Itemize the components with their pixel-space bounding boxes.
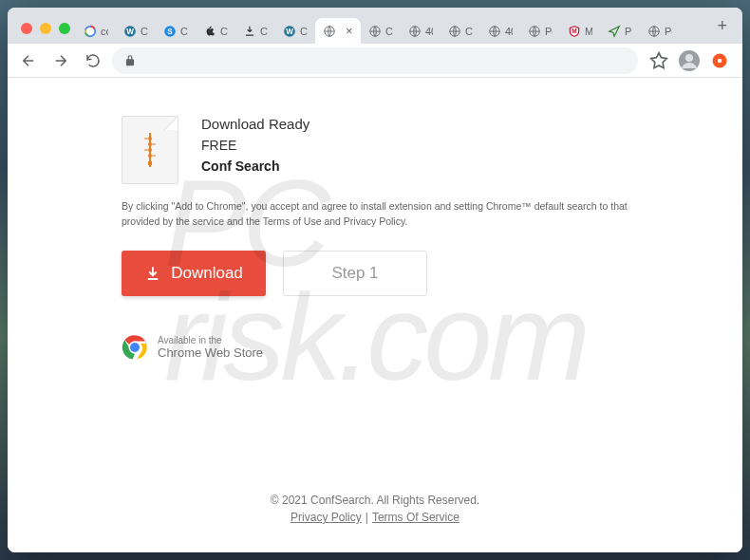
tab-3[interactable]: Co xyxy=(196,19,235,44)
hero-subtitle: FREE xyxy=(201,138,309,153)
globe-icon xyxy=(408,25,422,38)
chrome-store-badge[interactable]: Available in the Chrome Web Store xyxy=(8,296,742,361)
globe-icon xyxy=(448,25,461,38)
tab-label: Mo xyxy=(585,26,592,37)
tab-7[interactable]: Co xyxy=(361,19,401,44)
file-icon xyxy=(122,116,178,184)
download-button[interactable]: Download xyxy=(122,251,266,296)
star-button[interactable] xyxy=(647,49,670,72)
download-label: Download xyxy=(171,264,243,283)
tab-label: Pr xyxy=(625,26,632,37)
copyright-text: © 2021 ConfSearch. All Rights Reserved. xyxy=(8,494,742,507)
store-text: Available in the Chrome Web Store xyxy=(158,335,263,360)
window-controls xyxy=(15,23,76,44)
back-button[interactable] xyxy=(15,47,42,74)
tab-label: Pe xyxy=(545,26,553,37)
wordpress-icon: W xyxy=(123,25,137,38)
tab-label: co xyxy=(101,26,108,37)
tab-label: Co xyxy=(300,26,308,37)
nav-icon xyxy=(608,25,621,38)
store-line1: Available in the xyxy=(158,335,263,345)
tab-label: Co xyxy=(220,26,228,37)
globe-icon xyxy=(528,25,541,38)
tab-10[interactable]: 40 xyxy=(480,19,520,44)
close-tab-icon[interactable]: × xyxy=(346,24,353,38)
toolbar xyxy=(8,44,742,78)
svg-text:M: M xyxy=(572,28,576,34)
mcafee-icon: M xyxy=(568,25,581,38)
tab-0[interactable]: co xyxy=(76,19,116,44)
address-bar[interactable] xyxy=(112,47,638,74)
tab-label: 40 xyxy=(425,26,433,37)
tab-label: 40 xyxy=(505,26,513,37)
svg-text:W: W xyxy=(286,28,293,36)
chrome-icon xyxy=(122,334,148,361)
page-content: Download Ready FREE Conf Search By click… xyxy=(8,78,742,552)
tab-13[interactable]: Pr xyxy=(600,19,640,44)
extension-button[interactable] xyxy=(708,49,731,72)
hero-section: Download Ready FREE Conf Search xyxy=(8,78,742,184)
step-button[interactable]: Step 1 xyxy=(283,251,427,296)
hero-title: Download Ready xyxy=(201,116,309,132)
svg-point-22 xyxy=(148,148,152,152)
svg-point-30 xyxy=(130,342,140,351)
tab-label: Pe xyxy=(665,26,672,37)
button-row: Download Step 1 xyxy=(8,230,742,296)
svg-point-20 xyxy=(148,137,152,140)
hero-text: Download Ready FREE Conf Search xyxy=(201,116,309,184)
new-tab-button[interactable]: + xyxy=(709,16,735,44)
tab-active[interactable]: × xyxy=(315,18,361,44)
terms-link[interactable]: Terms Of Service xyxy=(372,511,459,524)
tab-14[interactable]: Pe xyxy=(640,19,680,44)
google-icon xyxy=(84,25,97,38)
separator: | xyxy=(366,511,368,524)
forward-button[interactable] xyxy=(47,47,74,74)
tab-strip: co WCo SCa Co Co WCo × Co 40 Co 40 Pe MM… xyxy=(76,13,709,44)
browser-window: co WCo SCa Co Co WCo × Co 40 Co 40 Pe MM… xyxy=(8,8,742,552)
titlebar: co WCo SCa Co Co WCo × Co 40 Co 40 Pe MM… xyxy=(8,8,742,44)
apple-icon xyxy=(203,25,216,38)
tab-5[interactable]: WCo xyxy=(275,19,315,44)
tab-9[interactable]: Co xyxy=(441,19,480,44)
s-icon: S xyxy=(163,25,177,38)
svg-point-16 xyxy=(685,54,693,62)
globe-icon xyxy=(368,25,382,38)
svg-point-21 xyxy=(148,142,152,146)
svg-text:W: W xyxy=(126,28,134,36)
footer: © 2021 ConfSearch. All Rights Reserved. … xyxy=(8,494,742,524)
svg-point-23 xyxy=(148,154,152,158)
footer-links: Privacy Policy|Terms Of Service xyxy=(8,511,742,524)
tab-label: Co xyxy=(260,26,268,37)
disclaimer-text: By clicking "Add to Chrome", you accept … xyxy=(8,184,742,230)
tab-label: Ca xyxy=(180,26,188,37)
step-label: Step 1 xyxy=(331,264,378,283)
tab-12[interactable]: MMo xyxy=(560,19,600,44)
tab-2[interactable]: SCa xyxy=(156,19,196,44)
globe-icon xyxy=(488,25,501,38)
hero-product: Conf Search xyxy=(201,159,309,174)
privacy-link[interactable]: Privacy Policy xyxy=(291,511,362,524)
maximize-window-button[interactable] xyxy=(59,23,70,34)
download-icon xyxy=(243,25,256,38)
reload-button[interactable] xyxy=(80,47,106,74)
tab-8[interactable]: 40 xyxy=(401,19,441,44)
globe-icon xyxy=(323,25,336,38)
tab-label: Co xyxy=(141,26,148,37)
download-arrow-icon xyxy=(144,265,161,282)
lock-icon xyxy=(123,54,137,67)
profile-button[interactable] xyxy=(678,49,701,72)
tab-4[interactable]: Co xyxy=(235,19,275,44)
globe-icon xyxy=(647,25,661,38)
tab-11[interactable]: Pe xyxy=(520,19,560,44)
store-line2: Chrome Web Store xyxy=(158,345,263,360)
wordpress-icon: W xyxy=(283,25,296,38)
svg-point-18 xyxy=(718,58,722,63)
tab-label: Co xyxy=(385,26,393,37)
svg-text:S: S xyxy=(167,28,173,36)
close-window-button[interactable] xyxy=(21,23,32,34)
tab-1[interactable]: WCo xyxy=(116,19,156,44)
minimize-window-button[interactable] xyxy=(40,23,51,34)
toolbar-right xyxy=(644,49,735,72)
tab-label: Co xyxy=(465,26,473,37)
